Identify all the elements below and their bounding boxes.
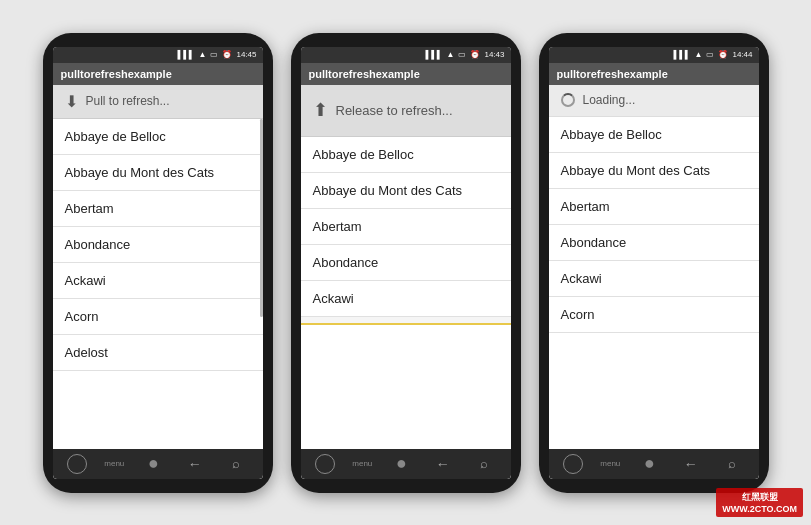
list-item[interactable]: Abbaye de Belloc <box>549 117 759 153</box>
phone-1-pull-icon: ⬇ <box>65 92 78 111</box>
phone-1-alarm-icon: ⏰ <box>222 50 232 59</box>
scrollbar <box>260 119 263 301</box>
phone-1-list: Abbaye de Belloc Abbaye du Mont des Cats… <box>53 119 263 449</box>
scroll-indicator <box>301 317 511 325</box>
phone-3-appbar-title: pulltorefreshexample <box>557 68 668 80</box>
list-item[interactable]: Abbaye du Mont des Cats <box>549 153 759 189</box>
phone-3-alarm-icon: ⏰ <box>718 50 728 59</box>
list-item[interactable]: Acorn <box>549 297 759 333</box>
search-button[interactable]: ⌕ <box>224 452 248 476</box>
phone-1-pull-banner[interactable]: ⬇ Pull to refresh... <box>53 85 263 119</box>
menu-button[interactable]: menu <box>600 459 620 468</box>
list-item[interactable]: Ackawi <box>549 261 759 297</box>
watermark: 红黑联盟 WWW.2CTO.COM <box>716 488 803 517</box>
back-button[interactable]: ← <box>431 452 455 476</box>
phone-3-nav: menu ● ← ⌕ <box>549 449 759 479</box>
phone-2-release-banner[interactable]: ⬆ Release to refresh... <box>301 85 511 137</box>
phone-3-time: 14:44 <box>732 50 752 59</box>
phone-2-alarm-icon: ⏰ <box>470 50 480 59</box>
phone-1-status-bar: ▌▌▌ ▲ ▭ ⏰ 14:45 <box>53 47 263 63</box>
phone-2-release-icon: ⬆ <box>313 99 328 121</box>
phone-2-wifi-icon: ▲ <box>447 50 455 59</box>
phone-2-status-icons: ▌▌▌ ▲ ▭ ⏰ 14:43 <box>426 50 505 59</box>
phone-1-time: 14:45 <box>236 50 256 59</box>
phone-1-battery-icon: ▭ <box>210 50 218 59</box>
phone-3-loading-banner: Loading... <box>549 85 759 117</box>
menu-button[interactable]: menu <box>104 459 124 468</box>
phone-1-nav: menu ● ← ⌕ <box>53 449 263 479</box>
phone-2-list: Abbaye de Belloc Abbaye du Mont des Cats… <box>301 137 511 449</box>
phone-1-pull-text: Pull to refresh... <box>86 94 170 108</box>
phone-1-signal-icon: ▌▌▌ <box>178 50 195 59</box>
watermark-line1: 红黑联盟 <box>722 491 797 504</box>
list-item[interactable]: Abbaye du Mont des Cats <box>53 155 263 191</box>
phone-1-appbar-title: pulltorefreshexample <box>61 68 172 80</box>
search-button[interactable]: ⌕ <box>720 452 744 476</box>
phone-2-release-text: Release to refresh... <box>336 103 453 118</box>
phone-2-signal-icon: ▌▌▌ <box>426 50 443 59</box>
list-item[interactable]: Abertam <box>301 209 511 245</box>
list-item[interactable]: Abertam <box>549 189 759 225</box>
loading-spinner-icon <box>561 93 575 107</box>
phone-1: ▌▌▌ ▲ ▭ ⏰ 14:45 pulltorefreshexample ⬇ P… <box>43 33 273 493</box>
phone-3-signal-icon: ▌▌▌ <box>674 50 691 59</box>
phone-1-screen: ▌▌▌ ▲ ▭ ⏰ 14:45 pulltorefreshexample ⬇ P… <box>53 47 263 479</box>
phone-3-wifi-icon: ▲ <box>695 50 703 59</box>
list-item[interactable]: Ackawi <box>301 281 511 317</box>
phone-3-battery-icon: ▭ <box>706 50 714 59</box>
home-button[interactable] <box>315 454 335 474</box>
list-item[interactable]: Abbaye du Mont des Cats <box>301 173 511 209</box>
phone-3-status-icons: ▌▌▌ ▲ ▭ ⏰ 14:44 <box>674 50 753 59</box>
phone-2-screen: ▌▌▌ ▲ ▭ ⏰ 14:43 pulltorefreshexample ⬆ R… <box>301 47 511 479</box>
record-button[interactable]: ● <box>141 452 165 476</box>
phone-2-time: 14:43 <box>484 50 504 59</box>
phone-3-appbar: pulltorefreshexample <box>549 63 759 85</box>
home-button[interactable] <box>563 454 583 474</box>
phone-3-loading-text: Loading... <box>583 93 636 107</box>
phone-2-battery-icon: ▭ <box>458 50 466 59</box>
phone-3-list: Abbaye de Belloc Abbaye du Mont des Cats… <box>549 117 759 449</box>
list-item[interactable]: Acorn <box>53 299 263 335</box>
phone-2: ▌▌▌ ▲ ▭ ⏰ 14:43 pulltorefreshexample ⬆ R… <box>291 33 521 493</box>
list-item[interactable]: Abbaye de Belloc <box>301 137 511 173</box>
search-button[interactable]: ⌕ <box>472 452 496 476</box>
list-item[interactable]: Abertam <box>53 191 263 227</box>
phone-2-appbar: pulltorefreshexample <box>301 63 511 85</box>
phone-2-nav: menu ● ← ⌕ <box>301 449 511 479</box>
phone-3: ▌▌▌ ▲ ▭ ⏰ 14:44 pulltorefreshexample Loa… <box>539 33 769 493</box>
home-button[interactable] <box>67 454 87 474</box>
phone-3-status-bar: ▌▌▌ ▲ ▭ ⏰ 14:44 <box>549 47 759 63</box>
phone-2-appbar-title: pulltorefreshexample <box>309 68 420 80</box>
phone-2-status-bar: ▌▌▌ ▲ ▭ ⏰ 14:43 <box>301 47 511 63</box>
menu-button[interactable]: menu <box>352 459 372 468</box>
phone-1-appbar: pulltorefreshexample <box>53 63 263 85</box>
record-button[interactable]: ● <box>637 452 661 476</box>
phone-1-status-icons: ▌▌▌ ▲ ▭ ⏰ 14:45 <box>178 50 257 59</box>
list-item[interactable]: Abondance <box>549 225 759 261</box>
list-item[interactable]: Abondance <box>301 245 511 281</box>
back-button[interactable]: ← <box>183 452 207 476</box>
back-button[interactable]: ← <box>679 452 703 476</box>
record-button[interactable]: ● <box>389 452 413 476</box>
phone-3-screen: ▌▌▌ ▲ ▭ ⏰ 14:44 pulltorefreshexample Loa… <box>549 47 759 479</box>
list-item[interactable]: Abbaye de Belloc <box>53 119 263 155</box>
list-item[interactable]: Abondance <box>53 227 263 263</box>
watermark-line2: WWW.2CTO.COM <box>722 504 797 514</box>
list-item[interactable]: Adelost <box>53 335 263 371</box>
list-item[interactable]: Ackawi <box>53 263 263 299</box>
phone-1-wifi-icon: ▲ <box>199 50 207 59</box>
